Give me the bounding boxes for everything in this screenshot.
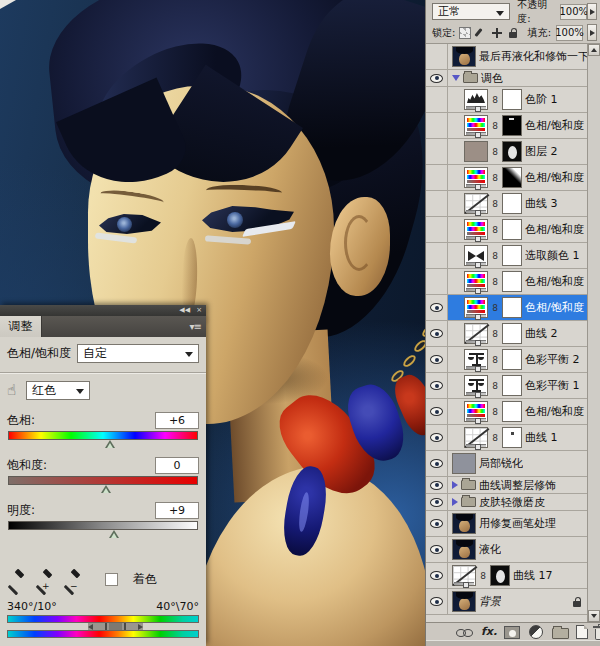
lightness-value-field[interactable]: +9 bbox=[155, 502, 199, 519]
eyedropper-add-icon[interactable]: + bbox=[35, 571, 52, 588]
layer-row-content[interactable]: 调色 bbox=[448, 70, 587, 86]
layer-row-content[interactable]: 曲线 17 bbox=[448, 563, 587, 588]
layer-thumbnail[interactable] bbox=[464, 323, 488, 344]
layer-thumbnail[interactable] bbox=[452, 565, 476, 586]
layer-mask-thumbnail[interactable] bbox=[502, 115, 522, 136]
layer-thumbnail[interactable] bbox=[464, 401, 488, 422]
layer-thumbnail[interactable] bbox=[464, 89, 488, 110]
layer-row-content[interactable]: 背景 bbox=[448, 589, 587, 614]
visibility-toggle[interactable] bbox=[426, 295, 448, 320]
visibility-toggle[interactable] bbox=[426, 243, 448, 268]
layer-mask-thumbnail[interactable] bbox=[502, 375, 522, 396]
layer-name[interactable]: 曲线 3 bbox=[525, 196, 558, 211]
hue-value-field[interactable]: +6 bbox=[155, 412, 199, 429]
tab-adjustments[interactable]: 调整 bbox=[0, 316, 42, 337]
visibility-toggle[interactable] bbox=[426, 451, 448, 476]
saturation-slider-marker[interactable] bbox=[101, 485, 111, 493]
mask-link-icon[interactable] bbox=[491, 303, 499, 313]
visibility-toggle[interactable] bbox=[426, 269, 448, 294]
layer-mask-thumbnail[interactable] bbox=[490, 565, 510, 586]
visibility-toggle[interactable] bbox=[426, 113, 448, 138]
lock-transparency-icon[interactable] bbox=[459, 27, 471, 39]
layer-row-content[interactable]: 曲线 3 bbox=[448, 191, 587, 216]
layer-mask-thumbnail[interactable] bbox=[502, 141, 522, 162]
layer-mask-thumbnail[interactable] bbox=[502, 271, 522, 292]
lightness-slider-marker[interactable] bbox=[109, 530, 119, 538]
mask-link-icon[interactable] bbox=[491, 173, 499, 183]
layer-row-content[interactable]: 色相/饱和度 4 bbox=[448, 165, 587, 190]
layer-mask-thumbnail[interactable] bbox=[502, 219, 522, 240]
layer-name[interactable]: 用修复画笔处理 bbox=[479, 516, 556, 531]
layer-thumbnail[interactable] bbox=[464, 115, 488, 136]
range-markers[interactable] bbox=[88, 623, 144, 630]
layer-row[interactable]: 用修复画笔处理 bbox=[426, 511, 587, 537]
eyedropper-subtract-icon[interactable]: − bbox=[63, 571, 80, 588]
visibility-toggle[interactable] bbox=[426, 217, 448, 242]
layer-row[interactable]: 液化 bbox=[426, 537, 587, 563]
layer-name[interactable]: 选取颜色 1 bbox=[525, 248, 580, 263]
layer-row[interactable]: 局部锐化 bbox=[426, 451, 587, 477]
layer-row[interactable]: 色彩平衡 1 bbox=[426, 373, 587, 399]
layer-row-content[interactable]: 色阶 1 bbox=[448, 87, 587, 112]
layer-row[interactable]: 皮肤轻微磨皮 bbox=[426, 494, 587, 511]
layer-name[interactable]: 调色 bbox=[481, 71, 503, 86]
layer-row[interactable]: 色彩平衡 2 bbox=[426, 347, 587, 373]
visibility-toggle[interactable] bbox=[426, 477, 448, 493]
layer-row[interactable]: 色相/饱和度 6 bbox=[426, 113, 587, 139]
layer-mask-thumbnail[interactable] bbox=[502, 193, 522, 214]
layer-row[interactable]: 色相/饱和度 4 bbox=[426, 165, 587, 191]
link-layers-icon[interactable] bbox=[456, 624, 474, 639]
layer-name[interactable]: 色彩平衡 1 bbox=[525, 378, 580, 393]
layer-row-content[interactable]: 最后再液化和修饰一下 bbox=[448, 44, 587, 69]
mask-link-icon[interactable] bbox=[491, 381, 499, 391]
visibility-toggle[interactable] bbox=[426, 537, 448, 562]
layer-thumbnail[interactable] bbox=[464, 271, 488, 292]
layer-name[interactable]: 曲线 2 bbox=[525, 326, 558, 341]
layer-row[interactable]: 背景 bbox=[426, 589, 587, 615]
visibility-toggle[interactable] bbox=[426, 321, 448, 346]
mask-link-icon[interactable] bbox=[491, 95, 499, 105]
delete-layer-icon[interactable] bbox=[595, 629, 600, 640]
range-falloff-right-icon[interactable] bbox=[138, 624, 143, 630]
layer-name[interactable]: 背景 bbox=[479, 594, 501, 609]
lock-all-icon[interactable] bbox=[507, 27, 519, 39]
layer-thumbnail[interactable] bbox=[464, 297, 488, 318]
layer-name[interactable]: 色阶 1 bbox=[525, 92, 558, 107]
add-layer-mask-icon[interactable] bbox=[504, 626, 520, 639]
layer-name[interactable]: 色相/饱和度 5 bbox=[525, 222, 587, 237]
visibility-toggle[interactable] bbox=[426, 44, 448, 69]
layer-row[interactable]: 曲线 2 bbox=[426, 321, 587, 347]
layer-name[interactable]: 色相/饱和度 1 bbox=[525, 404, 587, 419]
visibility-toggle[interactable] bbox=[426, 563, 448, 588]
layer-mask-thumbnail[interactable] bbox=[502, 297, 522, 318]
hue-slider-track[interactable] bbox=[8, 431, 198, 440]
opacity-value-field[interactable]: 100% bbox=[560, 4, 587, 20]
panel-resize-strip[interactable] bbox=[426, 640, 600, 646]
layer-thumbnail[interactable] bbox=[464, 167, 488, 188]
layer-row[interactable]: 色相/饱和度 3 bbox=[426, 269, 587, 295]
layer-mask-thumbnail[interactable] bbox=[502, 427, 522, 448]
visibility-toggle[interactable] bbox=[426, 399, 448, 424]
visibility-toggle[interactable] bbox=[426, 347, 448, 372]
new-adjustment-layer-icon[interactable] bbox=[527, 624, 545, 639]
layer-name[interactable]: 图层 2 bbox=[525, 144, 558, 159]
layer-thumbnail[interactable] bbox=[452, 46, 476, 67]
layer-row[interactable]: 曲线 1 bbox=[426, 425, 587, 451]
fill-value-field[interactable]: 100% bbox=[556, 25, 583, 41]
layer-row-content[interactable]: 曲线 2 bbox=[448, 321, 587, 346]
layer-thumbnail[interactable] bbox=[464, 245, 488, 266]
layer-mask-thumbnail[interactable] bbox=[502, 89, 522, 110]
layer-row[interactable]: 最后再液化和修饰一下 bbox=[426, 44, 587, 70]
layer-mask-thumbnail[interactable] bbox=[502, 349, 522, 370]
mask-link-icon[interactable] bbox=[491, 147, 499, 157]
close-panel-icon[interactable]: × bbox=[196, 307, 202, 314]
layer-thumbnail[interactable] bbox=[464, 141, 488, 162]
layer-thumbnail[interactable] bbox=[452, 591, 476, 612]
visibility-toggle[interactable] bbox=[426, 139, 448, 164]
layer-row[interactable]: 色相/饱和度 1 bbox=[426, 399, 587, 425]
layer-style-icon[interactable]: fx. bbox=[481, 624, 497, 639]
mask-link-icon[interactable] bbox=[491, 407, 499, 417]
layer-name[interactable]: 色相/饱和度 4 bbox=[525, 170, 587, 185]
layer-name[interactable]: 曲线 17 bbox=[513, 568, 553, 583]
layer-row[interactable]: 色阶 1 bbox=[426, 87, 587, 113]
